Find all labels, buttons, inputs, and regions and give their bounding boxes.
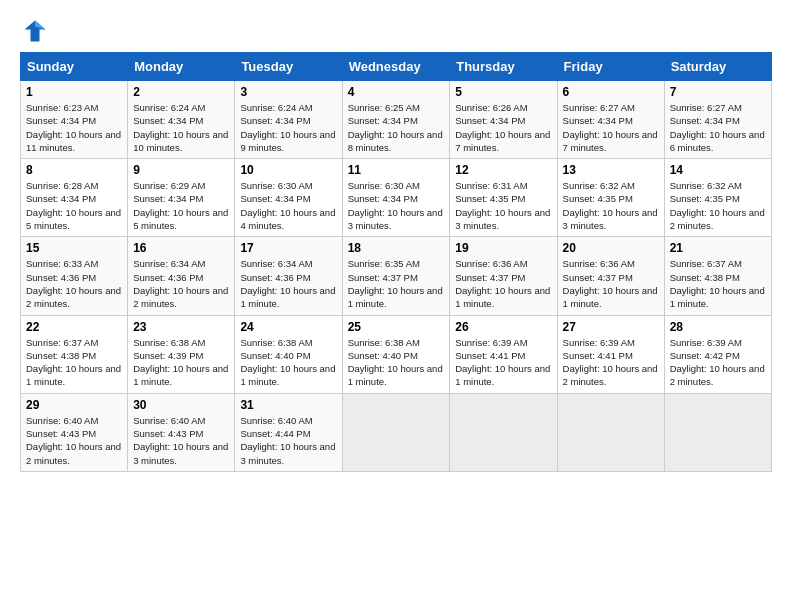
calendar-cell: 23Sunrise: 6:38 AM Sunset: 4:39 PM Dayli… xyxy=(128,315,235,393)
day-info: Sunrise: 6:36 AM Sunset: 4:37 PM Dayligh… xyxy=(563,257,659,310)
calendar-table: SundayMondayTuesdayWednesdayThursdayFrid… xyxy=(20,52,772,472)
day-number: 5 xyxy=(455,85,551,99)
day-number: 6 xyxy=(563,85,659,99)
day-number: 3 xyxy=(240,85,336,99)
header-day-monday: Monday xyxy=(128,53,235,81)
day-number: 8 xyxy=(26,163,122,177)
calendar-cell: 28Sunrise: 6:39 AM Sunset: 4:42 PM Dayli… xyxy=(664,315,771,393)
day-info: Sunrise: 6:25 AM Sunset: 4:34 PM Dayligh… xyxy=(348,101,445,154)
day-info: Sunrise: 6:24 AM Sunset: 4:34 PM Dayligh… xyxy=(133,101,229,154)
day-number: 14 xyxy=(670,163,766,177)
day-info: Sunrise: 6:30 AM Sunset: 4:34 PM Dayligh… xyxy=(348,179,445,232)
day-number: 29 xyxy=(26,398,122,412)
day-number: 16 xyxy=(133,241,229,255)
day-info: Sunrise: 6:26 AM Sunset: 4:34 PM Dayligh… xyxy=(455,101,551,154)
calendar-cell xyxy=(342,393,450,471)
header-day-saturday: Saturday xyxy=(664,53,771,81)
day-number: 23 xyxy=(133,320,229,334)
day-number: 15 xyxy=(26,241,122,255)
page-header xyxy=(20,16,772,46)
day-number: 13 xyxy=(563,163,659,177)
calendar-cell: 13Sunrise: 6:32 AM Sunset: 4:35 PM Dayli… xyxy=(557,159,664,237)
logo xyxy=(20,16,54,46)
day-number: 7 xyxy=(670,85,766,99)
header-day-wednesday: Wednesday xyxy=(342,53,450,81)
calendar-week-row: 22Sunrise: 6:37 AM Sunset: 4:38 PM Dayli… xyxy=(21,315,772,393)
day-number: 18 xyxy=(348,241,445,255)
calendar-cell: 12Sunrise: 6:31 AM Sunset: 4:35 PM Dayli… xyxy=(450,159,557,237)
day-number: 31 xyxy=(240,398,336,412)
calendar-cell: 31Sunrise: 6:40 AM Sunset: 4:44 PM Dayli… xyxy=(235,393,342,471)
day-number: 17 xyxy=(240,241,336,255)
day-info: Sunrise: 6:38 AM Sunset: 4:40 PM Dayligh… xyxy=(240,336,336,389)
day-number: 1 xyxy=(26,85,122,99)
calendar-cell: 11Sunrise: 6:30 AM Sunset: 4:34 PM Dayli… xyxy=(342,159,450,237)
calendar-cell: 26Sunrise: 6:39 AM Sunset: 4:41 PM Dayli… xyxy=(450,315,557,393)
day-info: Sunrise: 6:32 AM Sunset: 4:35 PM Dayligh… xyxy=(670,179,766,232)
day-number: 24 xyxy=(240,320,336,334)
day-number: 12 xyxy=(455,163,551,177)
calendar-week-row: 29Sunrise: 6:40 AM Sunset: 4:43 PM Dayli… xyxy=(21,393,772,471)
day-info: Sunrise: 6:39 AM Sunset: 4:41 PM Dayligh… xyxy=(563,336,659,389)
calendar-cell: 22Sunrise: 6:37 AM Sunset: 4:38 PM Dayli… xyxy=(21,315,128,393)
calendar-cell: 30Sunrise: 6:40 AM Sunset: 4:43 PM Dayli… xyxy=(128,393,235,471)
day-number: 27 xyxy=(563,320,659,334)
day-number: 30 xyxy=(133,398,229,412)
calendar-cell: 27Sunrise: 6:39 AM Sunset: 4:41 PM Dayli… xyxy=(557,315,664,393)
header-day-thursday: Thursday xyxy=(450,53,557,81)
day-info: Sunrise: 6:37 AM Sunset: 4:38 PM Dayligh… xyxy=(670,257,766,310)
header-day-tuesday: Tuesday xyxy=(235,53,342,81)
day-info: Sunrise: 6:40 AM Sunset: 4:43 PM Dayligh… xyxy=(133,414,229,467)
calendar-cell: 17Sunrise: 6:34 AM Sunset: 4:36 PM Dayli… xyxy=(235,237,342,315)
day-number: 4 xyxy=(348,85,445,99)
day-info: Sunrise: 6:36 AM Sunset: 4:37 PM Dayligh… xyxy=(455,257,551,310)
day-info: Sunrise: 6:24 AM Sunset: 4:34 PM Dayligh… xyxy=(240,101,336,154)
day-info: Sunrise: 6:28 AM Sunset: 4:34 PM Dayligh… xyxy=(26,179,122,232)
day-number: 26 xyxy=(455,320,551,334)
day-info: Sunrise: 6:29 AM Sunset: 4:34 PM Dayligh… xyxy=(133,179,229,232)
calendar-cell xyxy=(450,393,557,471)
day-number: 19 xyxy=(455,241,551,255)
logo-bird-icon xyxy=(20,16,50,46)
day-number: 10 xyxy=(240,163,336,177)
day-number: 28 xyxy=(670,320,766,334)
header-day-friday: Friday xyxy=(557,53,664,81)
calendar-cell: 3Sunrise: 6:24 AM Sunset: 4:34 PM Daylig… xyxy=(235,81,342,159)
calendar-cell: 5Sunrise: 6:26 AM Sunset: 4:34 PM Daylig… xyxy=(450,81,557,159)
calendar-cell: 10Sunrise: 6:30 AM Sunset: 4:34 PM Dayli… xyxy=(235,159,342,237)
day-info: Sunrise: 6:34 AM Sunset: 4:36 PM Dayligh… xyxy=(240,257,336,310)
calendar-cell: 6Sunrise: 6:27 AM Sunset: 4:34 PM Daylig… xyxy=(557,81,664,159)
header-day-sunday: Sunday xyxy=(21,53,128,81)
calendar-cell: 8Sunrise: 6:28 AM Sunset: 4:34 PM Daylig… xyxy=(21,159,128,237)
calendar-cell: 14Sunrise: 6:32 AM Sunset: 4:35 PM Dayli… xyxy=(664,159,771,237)
day-info: Sunrise: 6:27 AM Sunset: 4:34 PM Dayligh… xyxy=(670,101,766,154)
day-info: Sunrise: 6:34 AM Sunset: 4:36 PM Dayligh… xyxy=(133,257,229,310)
day-info: Sunrise: 6:40 AM Sunset: 4:43 PM Dayligh… xyxy=(26,414,122,467)
calendar-cell: 20Sunrise: 6:36 AM Sunset: 4:37 PM Dayli… xyxy=(557,237,664,315)
calendar-cell: 2Sunrise: 6:24 AM Sunset: 4:34 PM Daylig… xyxy=(128,81,235,159)
day-number: 2 xyxy=(133,85,229,99)
calendar-cell xyxy=(664,393,771,471)
calendar-cell: 21Sunrise: 6:37 AM Sunset: 4:38 PM Dayli… xyxy=(664,237,771,315)
day-info: Sunrise: 6:38 AM Sunset: 4:39 PM Dayligh… xyxy=(133,336,229,389)
day-number: 22 xyxy=(26,320,122,334)
day-info: Sunrise: 6:30 AM Sunset: 4:34 PM Dayligh… xyxy=(240,179,336,232)
day-number: 11 xyxy=(348,163,445,177)
calendar-header-row: SundayMondayTuesdayWednesdayThursdayFrid… xyxy=(21,53,772,81)
calendar-cell xyxy=(557,393,664,471)
calendar-cell: 16Sunrise: 6:34 AM Sunset: 4:36 PM Dayli… xyxy=(128,237,235,315)
day-info: Sunrise: 6:39 AM Sunset: 4:41 PM Dayligh… xyxy=(455,336,551,389)
day-info: Sunrise: 6:35 AM Sunset: 4:37 PM Dayligh… xyxy=(348,257,445,310)
day-number: 25 xyxy=(348,320,445,334)
day-number: 21 xyxy=(670,241,766,255)
calendar-cell: 25Sunrise: 6:38 AM Sunset: 4:40 PM Dayli… xyxy=(342,315,450,393)
day-info: Sunrise: 6:37 AM Sunset: 4:38 PM Dayligh… xyxy=(26,336,122,389)
calendar-cell: 15Sunrise: 6:33 AM Sunset: 4:36 PM Dayli… xyxy=(21,237,128,315)
calendar-cell: 1Sunrise: 6:23 AM Sunset: 4:34 PM Daylig… xyxy=(21,81,128,159)
calendar-cell: 18Sunrise: 6:35 AM Sunset: 4:37 PM Dayli… xyxy=(342,237,450,315)
calendar-cell: 7Sunrise: 6:27 AM Sunset: 4:34 PM Daylig… xyxy=(664,81,771,159)
calendar-cell: 9Sunrise: 6:29 AM Sunset: 4:34 PM Daylig… xyxy=(128,159,235,237)
calendar-cell: 24Sunrise: 6:38 AM Sunset: 4:40 PM Dayli… xyxy=(235,315,342,393)
day-info: Sunrise: 6:38 AM Sunset: 4:40 PM Dayligh… xyxy=(348,336,445,389)
calendar-week-row: 15Sunrise: 6:33 AM Sunset: 4:36 PM Dayli… xyxy=(21,237,772,315)
